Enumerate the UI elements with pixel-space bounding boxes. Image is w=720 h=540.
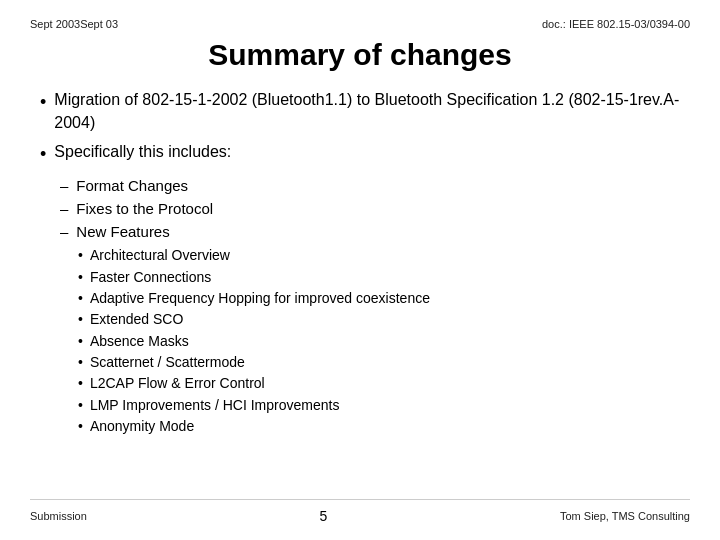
- bullet-dot-2: •: [40, 141, 46, 167]
- footer-right: Tom Siep, TMS Consulting: [560, 510, 690, 522]
- nested-dot-3: •: [78, 289, 83, 308]
- sub-bullet-2-text: Fixes to the Protocol: [76, 198, 213, 219]
- dash-2: –: [60, 198, 68, 219]
- nested-bullet-2-text: Faster Connections: [90, 268, 211, 287]
- nested-bullet-1-text: Architectural Overview: [90, 246, 230, 265]
- main-bullets: • Migration of 802-15-1-2002 (Bluetooth1…: [30, 88, 690, 167]
- nested-bullets: • Architectural Overview • Faster Connec…: [78, 246, 690, 436]
- nested-dot-7: •: [78, 374, 83, 393]
- nested-bullet-8-text: LMP Improvements / HCI Improvements: [90, 396, 339, 415]
- nested-dot-5: •: [78, 332, 83, 351]
- footer-center: 5: [320, 508, 328, 524]
- nested-dot-6: •: [78, 353, 83, 372]
- slide-header: Sept 2003Sept 03 doc.: IEEE 802.15-03/03…: [30, 18, 690, 30]
- nested-bullet-1: • Architectural Overview: [78, 246, 690, 265]
- nested-bullet-2: • Faster Connections: [78, 268, 690, 287]
- sub-bullet-1: – Format Changes: [60, 175, 690, 196]
- dash-3: –: [60, 221, 68, 242]
- nested-bullet-5: • Absence Masks: [78, 332, 690, 351]
- nested-dot-2: •: [78, 268, 83, 287]
- nested-bullet-5-text: Absence Masks: [90, 332, 189, 351]
- nested-dot-1: •: [78, 246, 83, 265]
- footer-left: Submission: [30, 510, 87, 522]
- header-left: Sept 2003Sept 03: [30, 18, 118, 30]
- sub-bullet-3-text: New Features: [76, 221, 169, 242]
- sub-bullet-2: – Fixes to the Protocol: [60, 198, 690, 219]
- nested-dot-8: •: [78, 396, 83, 415]
- nested-bullet-9: • Anonymity Mode: [78, 417, 690, 436]
- nested-bullet-4-text: Extended SCO: [90, 310, 183, 329]
- main-bullet-2-text: Specifically this includes:: [54, 140, 231, 163]
- dash-1: –: [60, 175, 68, 196]
- nested-bullet-4: • Extended SCO: [78, 310, 690, 329]
- nested-bullet-6: • Scatternet / Scattermode: [78, 353, 690, 372]
- nested-bullet-9-text: Anonymity Mode: [90, 417, 194, 436]
- main-bullet-1-text: Migration of 802-15-1-2002 (Bluetooth1.1…: [54, 88, 690, 134]
- sub-bullets: – Format Changes – Fixes to the Protocol…: [60, 175, 690, 242]
- slide-content: • Migration of 802-15-1-2002 (Bluetooth1…: [30, 88, 690, 438]
- sub-bullet-1-text: Format Changes: [76, 175, 188, 196]
- bullet-dot-1: •: [40, 89, 46, 115]
- nested-bullet-6-text: Scatternet / Scattermode: [90, 353, 245, 372]
- header-right: doc.: IEEE 802.15-03/0394-00: [542, 18, 690, 30]
- nested-bullet-3: • Adaptive Frequency Hopping for improve…: [78, 289, 690, 308]
- nested-dot-4: •: [78, 310, 83, 329]
- nested-bullet-3-text: Adaptive Frequency Hopping for improved …: [90, 289, 430, 308]
- nested-bullet-7-text: L2CAP Flow & Error Control: [90, 374, 265, 393]
- slide-title: Summary of changes: [30, 38, 690, 72]
- nested-bullet-8: • LMP Improvements / HCI Improvements: [78, 396, 690, 415]
- nested-bullet-7: • L2CAP Flow & Error Control: [78, 374, 690, 393]
- sub-bullet-3: – New Features: [60, 221, 690, 242]
- slide-footer: Submission 5 Tom Siep, TMS Consulting: [30, 499, 690, 524]
- nested-dot-9: •: [78, 417, 83, 436]
- main-bullet-1: • Migration of 802-15-1-2002 (Bluetooth1…: [40, 88, 690, 134]
- main-bullet-2: • Specifically this includes:: [40, 140, 690, 167]
- slide: Sept 2003Sept 03 doc.: IEEE 802.15-03/03…: [0, 0, 720, 540]
